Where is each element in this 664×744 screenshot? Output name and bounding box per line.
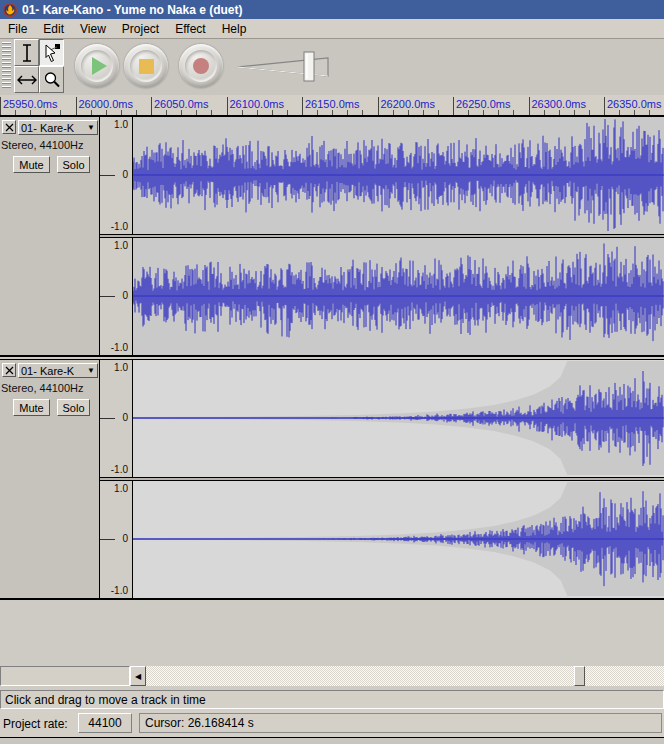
track-info: Stereo, 44100Hz [1,382,84,394]
scroll-left-button[interactable]: ◀ [130,666,146,686]
menu-effect[interactable]: Effect [167,19,213,38]
ruler-label: 26100.0ms [230,98,284,110]
ruler-minor-tick [423,110,424,115]
zoom-tool-button[interactable] [39,66,64,93]
project-rate-selector[interactable]: 44100 [78,713,132,733]
scale-label: 0 [122,290,128,301]
volume-slider[interactable] [232,50,336,84]
menu-file[interactable]: File [0,19,35,38]
play-button[interactable] [75,44,119,88]
track-title: 01- Kare-K [21,365,74,377]
waveform-display[interactable] [133,481,664,598]
scale-label: -1.0 [111,464,128,475]
ruler-minor-tick [287,110,288,115]
ruler-major-tick [453,97,454,115]
ruler-minor-tick [468,110,469,115]
ruler-label: 26150.0ms [305,98,359,110]
amplitude-ruler: 1.0 0 -1.0 [100,481,133,598]
waveform-display[interactable] [133,360,664,477]
ibeam-icon [18,43,36,63]
menu-bar: File Edit View Project Effect Help [0,19,664,39]
mute-button[interactable]: Mute [13,156,50,173]
ruler-minor-tick [166,110,167,115]
menu-help[interactable]: Help [214,19,255,38]
track-close-button[interactable] [2,363,16,377]
ruler-minor-tick [91,110,92,115]
ruler-minor-tick [574,110,575,115]
ruler-minor-tick [242,110,243,115]
ruler-minor-tick [121,110,122,115]
ruler-major-tick [151,97,152,115]
ruler-major-tick [227,97,228,115]
selection-tool-button[interactable] [14,39,39,66]
track-close-button[interactable] [2,120,16,134]
zero-tick [100,296,115,297]
ruler-minor-tick [513,110,514,115]
track-1-control-panel[interactable]: 01- Kare-K ▼ Stereo, 44100Hz Mute Solo [0,117,100,355]
envelope-tool-button[interactable] [39,39,64,66]
audacity-window: 01- Kare-Kano - Yume no Naka e (duet) Fi… [0,0,664,744]
left-arrow-icon: ◀ [135,672,141,681]
menu-edit[interactable]: Edit [35,19,72,38]
project-rate-label: Project rate: [3,717,68,731]
ruler-minor-tick [106,110,107,115]
scrollbar-thumb[interactable] [574,666,585,686]
double-arrow-icon [17,73,37,87]
ruler-minor-tick [483,110,484,115]
solo-button[interactable]: Solo [57,399,90,416]
ruler-major-tick [302,97,303,115]
scale-label: -1.0 [111,221,128,232]
waveform-display[interactable] [133,117,664,234]
ruler-minor-tick [619,110,620,115]
title-bar[interactable]: 01- Kare-Kano - Yume no Naka e (duet) [0,0,664,19]
ruler-major-tick [76,97,77,115]
scale-label: 1.0 [114,362,128,373]
ruler-minor-tick [136,110,137,115]
toolbar-grip[interactable] [2,42,11,90]
mute-button[interactable]: Mute [13,399,50,416]
ruler-major-tick [529,97,530,115]
solo-button[interactable]: Solo [57,156,90,173]
audacity-app-icon [3,3,17,17]
scale-label: 1.0 [114,483,128,494]
ruler-minor-tick [181,110,182,115]
ruler-minor-tick [30,110,31,115]
track-2-control-panel[interactable]: 01- Kare-K ▼ Stereo, 44100Hz Mute Solo [0,360,100,598]
track-title-dropdown[interactable]: 01- Kare-K ▼ [18,363,98,378]
ruler-minor-tick [45,110,46,115]
window-title: 01- Kare-Kano - Yume no Naka e (duet) [22,3,243,17]
ruler-minor-tick [559,110,560,115]
ruler-minor-tick [15,110,16,115]
ruler-minor-tick [438,110,439,115]
button-well [81,50,113,82]
magnifier-icon [42,70,62,90]
waveform-display[interactable] [133,238,664,355]
ruler-minor-tick [408,110,409,115]
amplitude-ruler: 1.0 0 -1.0 [100,360,133,477]
ruler-major-tick [0,97,1,115]
ruler-label: 26000.0ms [79,98,133,110]
timeshift-tool-button[interactable] [14,66,39,93]
window-bottom-strip [0,738,664,744]
record-button[interactable] [179,44,223,88]
status-message: Click and drag to move a track in time [5,693,206,707]
menu-view[interactable]: View [72,19,114,38]
cursor-position-display: Cursor: 26.168414 s [139,713,662,733]
footer-bar: Project rate: 44100 Cursor: 26.168414 s [0,709,664,737]
menu-project[interactable]: Project [114,19,167,38]
track-1: 01- Kare-K ▼ Stereo, 44100Hz Mute Solo 1… [0,116,664,357]
close-icon [5,366,14,375]
track-title-dropdown[interactable]: 01- Kare-K ▼ [18,120,98,135]
ruler-minor-tick [649,110,650,115]
zero-tick [100,539,115,540]
ruler-major-tick [604,97,605,115]
amplitude-ruler: 1.0 0 -1.0 [100,117,133,234]
horizontal-scrollbar-track[interactable] [146,666,664,686]
toolbar [0,39,664,96]
volume-slider-thumb[interactable] [304,52,314,81]
project-rate-value: 44100 [88,716,121,730]
stop-button[interactable] [124,44,168,88]
track-info: Stereo, 44100Hz [1,139,84,151]
timeline-ruler[interactable]: 25950.0ms26000.0ms26050.0ms26100.0ms2615… [0,95,664,116]
status-bar: Click and drag to move a track in time [0,690,664,709]
